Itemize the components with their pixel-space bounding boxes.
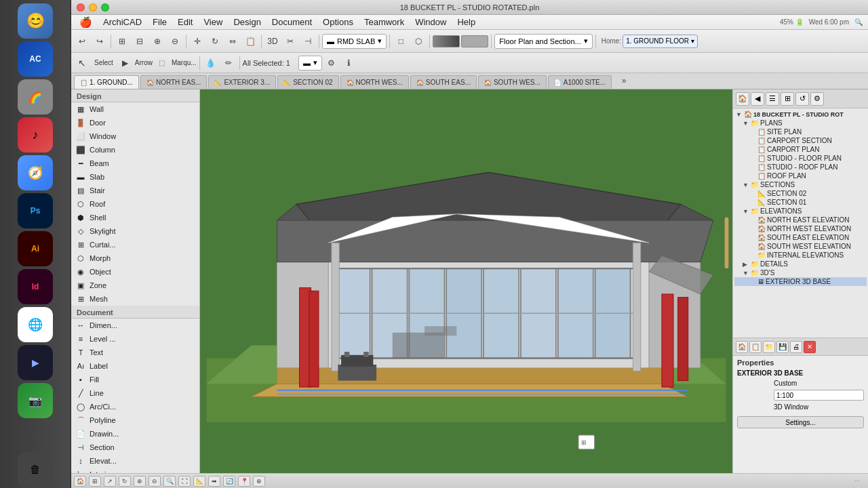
bottom-search[interactable]: 🔍 <box>163 476 176 487</box>
menu-view[interactable]: View <box>198 16 228 28</box>
sidebar-elevation[interactable]: ↕ Elevat... <box>71 454 199 468</box>
sidebar-slab[interactable]: ▬ Slab <box>71 170 199 184</box>
tree-nw-elev[interactable]: 🏠 NORTH WEST ELEVATION <box>734 224 867 233</box>
sidebar-shell[interactable]: ⬢ Shell <box>71 211 199 224</box>
bottom-fit[interactable]: ⛶ <box>178 476 191 487</box>
props-btn-doc[interactable]: 📋 <box>749 341 762 353</box>
sidebar-fill[interactable]: ▪ Fill <box>71 373 199 386</box>
sidebar-drawing[interactable]: 📄 Drawin... <box>71 427 199 441</box>
fill-preview[interactable] <box>433 35 460 47</box>
tree-internal-elev[interactable]: 📁 INTERNAL ELEVATIONS <box>734 251 867 260</box>
dock-screenflow[interactable]: ▶ <box>18 344 53 381</box>
tb-undo[interactable]: ↩ <box>74 33 90 49</box>
menu-document[interactable]: Document <box>267 16 317 28</box>
tree-details[interactable]: ▶ 📁 DETAILS <box>734 260 867 268</box>
rpanel-list[interactable]: ☰ <box>766 92 779 106</box>
bottom-arrow[interactable]: ↗ <box>104 476 116 487</box>
tab-more[interactable]: » <box>616 73 632 89</box>
tree-se-elev[interactable]: 🏠 SOUTH EAST ELEVATION <box>734 233 867 242</box>
sidebar-roof[interactable]: ⬡ Roof <box>71 197 199 211</box>
rpanel-back[interactable]: ◀ <box>751 92 764 106</box>
menu-archicad[interactable]: ArchiCAD <box>98 16 147 28</box>
bottom-location[interactable]: 📍 <box>238 476 250 487</box>
dock-photos[interactable]: 🌈 <box>18 79 53 115</box>
rpanel-home[interactable]: 🏠 <box>736 92 749 106</box>
tb-mirror[interactable]: ⇔ <box>224 33 241 49</box>
sidebar-door[interactable]: 🚪 Door <box>71 116 199 129</box>
tab-southwest[interactable]: 🏠 SOUTH WES... <box>478 75 547 89</box>
bottom-zoom-out[interactable]: ⊖ <box>149 476 161 487</box>
apple-menu[interactable]: 🍎 <box>74 16 98 28</box>
tb-elevation[interactable]: ⊣ <box>300 33 316 49</box>
rpanel-refresh[interactable]: ↺ <box>795 92 809 106</box>
tab-exterior3[interactable]: 📐 EXTERIOR 3... <box>208 75 276 89</box>
props-btn-home[interactable]: 🏠 <box>736 341 748 353</box>
sidebar-stair[interactable]: ▤ Stair <box>71 184 199 197</box>
tree-sw-elev[interactable]: 🏠 SOUTH WEST ELEVATION <box>734 242 867 251</box>
sidebar-line[interactable]: ╱ Line <box>71 386 199 400</box>
tb-arrow[interactable]: ▶ <box>117 55 134 71</box>
sidebar-beam[interactable]: ━ Beam <box>71 157 199 170</box>
minimize-button[interactable] <box>89 3 97 12</box>
tree-root[interactable]: ▼ 🏠 18 BUCKETT PL - STUDIO ROT <box>734 110 867 119</box>
tree-carport-section[interactable]: 📋 CARPORT SECTION <box>734 136 867 145</box>
tree-plans[interactable]: ▼ 📁 PLANS <box>734 119 867 127</box>
settings-button[interactable]: Settings... <box>737 416 864 428</box>
bottom-3d-nav[interactable]: ➡ <box>208 476 220 487</box>
tree-site-plan[interactable]: 📋 SITE PLAN <box>734 127 867 136</box>
tb-box[interactable]: □ <box>393 33 409 49</box>
sidebar-section[interactable]: ⊣ Section <box>71 441 199 454</box>
sidebar-curtain[interactable]: ⊞ Curtai... <box>71 238 199 251</box>
sidebar-column[interactable]: ⬛ Column <box>71 143 199 157</box>
props-btn-close[interactable]: ✕ <box>804 341 816 353</box>
tb-redo[interactable]: ↪ <box>92 33 108 49</box>
menu-file[interactable]: File <box>147 16 172 28</box>
sidebar-arc[interactable]: ◯ Arc/Ci... <box>71 400 199 413</box>
tb-pen[interactable]: ✏ <box>220 55 237 71</box>
tb-rotate[interactable]: ↻ <box>207 33 223 49</box>
sidebar-morph[interactable]: ⬡ Morph <box>71 251 199 265</box>
dock-id[interactable]: Id <box>18 268 53 305</box>
sidebar-mesh[interactable]: ⊞ Mesh <box>71 292 199 306</box>
tb-move[interactable]: ✛ <box>189 33 205 49</box>
tb-info[interactable]: ℹ <box>341 55 357 71</box>
sidebar-level[interactable]: ≡ Level ... <box>71 332 199 346</box>
tb-3d[interactable]: 3D <box>264 33 281 49</box>
rpanel-settings[interactable]: ⚙ <box>810 92 824 106</box>
tab-a1000[interactable]: 📄 A1000 SITE... <box>548 75 612 89</box>
dock-archicad[interactable]: AC <box>18 41 53 77</box>
sidebar-polyline[interactable]: ⌒ Polyline <box>71 413 199 427</box>
tb-cursor[interactable]: ↖ <box>74 55 90 71</box>
menu-edit[interactable]: Edit <box>172 16 198 28</box>
sidebar-zone[interactable]: ▣ Zone <box>71 279 199 292</box>
sidebar-dimension[interactable]: ↔ Dimen... <box>71 319 199 332</box>
tab-northwest[interactable]: 🏠 NORTH WES... <box>340 75 409 89</box>
slab-dropdown[interactable]: ▬ RMD SLAB ▾ <box>322 34 387 49</box>
bottom-orbit[interactable]: ↻ <box>119 476 131 487</box>
sidebar-interior[interactable]: ⊢ Interio... <box>71 468 199 473</box>
bottom-rotate[interactable]: 🔄 <box>223 476 235 487</box>
tree-roof-plan[interactable]: 📋 ROOF PLAN <box>734 171 867 180</box>
bottom-grid[interactable]: ⊞ <box>89 476 101 487</box>
tree-3ds[interactable]: ▼ 📁 3D'S <box>734 268 867 277</box>
menu-options[interactable]: Options <box>317 16 359 28</box>
menu-teamwork[interactable]: Teamwork <box>359 16 410 28</box>
tree-exterior-3d[interactable]: 🖥 EXTERIOR 3D BASE <box>734 277 867 286</box>
dock-finder[interactable]: 😊 <box>18 3 53 39</box>
dock-chrome[interactable]: 🌐 <box>18 306 53 343</box>
dock-trash[interactable]: 🗑 <box>18 451 53 488</box>
tree-studio-roof[interactable]: 📋 STUDIO - ROOF PLAN <box>734 163 867 171</box>
tree-studio-floor[interactable]: 📋 STUDIO - FLOOR PLAN <box>734 154 867 163</box>
tree-carport-plan[interactable]: 📋 CARPORT PLAN <box>734 145 867 154</box>
tree-elevations[interactable]: ▼ 📁 ELEVATIONS <box>734 207 867 216</box>
sidebar-wall[interactable]: ▦ Wall <box>71 102 199 116</box>
fill-preview2[interactable] <box>461 35 488 47</box>
dock-ai[interactable]: Ai <box>18 230 53 267</box>
maximize-button[interactable] <box>101 3 109 12</box>
tree-section01[interactable]: 📐 SECTION 01 <box>734 198 867 207</box>
props-btn-folder[interactable]: 📁 <box>763 341 775 353</box>
dock-facetime[interactable]: 📷 <box>18 382 53 419</box>
floorplan-dropdown[interactable]: Floor Plan and Section... ▾ <box>494 34 592 49</box>
sidebar-label[interactable]: Aı Label <box>71 359 199 373</box>
tab-section02[interactable]: 📐 SECTION 02 <box>277 75 338 89</box>
